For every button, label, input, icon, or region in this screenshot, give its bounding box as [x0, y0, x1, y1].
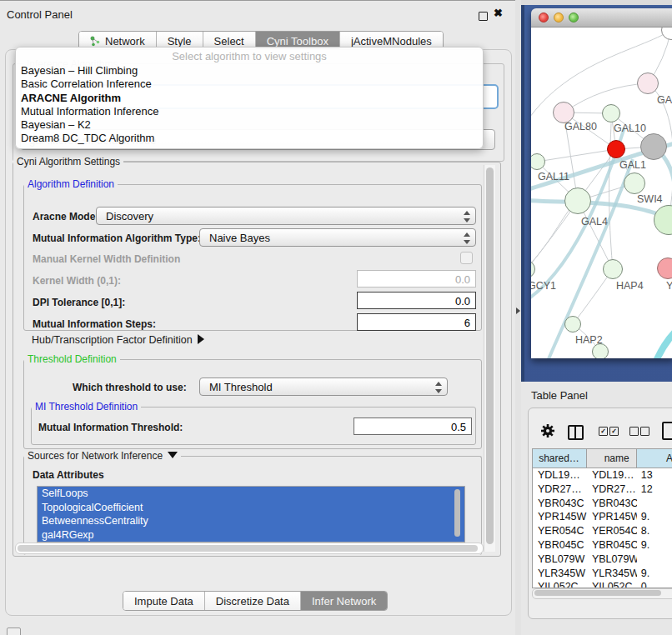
mac-close-button[interactable]: [539, 12, 549, 22]
table-cell: YIL052C: [587, 580, 637, 588]
network-node-hap4[interactable]: [603, 259, 623, 279]
table-cell: 0.: [637, 580, 672, 588]
close-icon[interactable]: ✖: [494, 7, 503, 19]
node-label-swi4: SWI4: [637, 193, 663, 205]
mi-threshold-field[interactable]: 0.5: [354, 418, 472, 435]
table-hscrollbar-thumb[interactable]: [534, 590, 661, 596]
algorithm-option-bayesian-k2[interactable]: Bayesian – K2: [16, 118, 483, 132]
column-header-name[interactable]: name: [587, 449, 637, 468]
which-threshold-combobox[interactable]: MI Threshold: [199, 378, 448, 396]
desktop-left-edge: [521, 5, 524, 382]
document-icon[interactable]: [662, 422, 672, 440]
column-header-a[interactable]: A: [637, 449, 672, 468]
which-threshold-value: MI Threshold: [209, 381, 273, 393]
node-label-gal80: GAL80: [564, 121, 597, 132]
network-node-gal[interactable]: [637, 72, 659, 94]
show-all-checkboxes-icon[interactable]: ✓: [609, 427, 619, 436]
network-node-swi4[interactable]: [624, 172, 645, 194]
aracne-mode-combobox[interactable]: Discovery: [96, 207, 476, 225]
attribute-item-gal4rgexp[interactable]: gal4RGexp: [38, 528, 464, 542]
cyni-algorithm-settings-group: Cyni Algorithm Settings Algorithm Defini…: [13, 162, 501, 557]
network-node-gal4[interactable]: [564, 188, 591, 214]
table-cell: YBR045C: [533, 538, 587, 552]
table-row[interactable]: YBL079WYBL079W: [533, 552, 672, 567]
float-window-icon[interactable]: [479, 12, 488, 21]
control-panel: Control Panel ✖ NetworkStyleSelectCyni T…: [0, 0, 517, 635]
control-panel-header: Control Panel ✖: [0, 2, 517, 25]
tab-impute-data[interactable]: Impute Data: [123, 592, 204, 610]
table-hscrollbar-track[interactable]: [532, 588, 672, 599]
network-canvas[interactable]: GALGAL80GAL10GAL1GAL11SWI4GAL4GCY1HAP4YH…: [531, 28, 672, 358]
algorithm-option-bayesian-hill-climbing[interactable]: Bayesian – Hill Climbing: [16, 64, 483, 78]
dpi-tolerance-field[interactable]: 0.0: [357, 292, 476, 309]
mi-steps-field[interactable]: 6: [357, 313, 476, 331]
columns-icon[interactable]: [568, 425, 584, 440]
table-row[interactable]: YDL19…YDL19…13: [533, 468, 672, 482]
mac-minimize-button[interactable]: [554, 12, 564, 22]
gear-icon[interactable]: [540, 423, 555, 438]
app-root: Control Panel ✖ NetworkStyleSelectCyni T…: [0, 0, 672, 635]
settings-scrollbar-track[interactable]: [484, 165, 495, 552]
table-row[interactable]: YIL052CYIL052C0.: [533, 580, 672, 588]
table-row[interactable]: YBR045CYBR045C9.: [533, 538, 672, 552]
table-row[interactable]: YBR043CYBR043C: [533, 497, 672, 511]
settings-hscrollbar-track[interactable]: [15, 542, 484, 554]
network-node[interactable]: [640, 133, 667, 160]
attribute-item-topologicalcoefficient[interactable]: TopologicalCoefficient: [38, 501, 464, 515]
split-pane-divider[interactable]: [515, 0, 521, 635]
network-view-window: GALGAL80GAL10GAL1GAL11SWI4GAL4GCY1HAP4YH…: [531, 8, 672, 358]
attribute-item-selfloops[interactable]: SelfLoops: [38, 487, 464, 501]
table-row[interactable]: YLR345WYLR345W9.: [533, 567, 672, 581]
attributes-scrollbar[interactable]: [454, 489, 460, 537]
manual-kernel-checkbox[interactable]: [460, 252, 473, 264]
mi-threshold-label: Mutual Information Threshold:: [38, 422, 183, 433]
network-node[interactable]: [607, 140, 625, 158]
mi-type-combobox[interactable]: Naive Bayes: [199, 228, 476, 247]
attribute-item-betweennesscentrality[interactable]: BetweennessCentrality: [38, 514, 464, 528]
tab-infer-network[interactable]: Infer Network: [300, 592, 387, 610]
table-cell: 12: [637, 482, 672, 497]
table-row[interactable]: YPR145WYPR145W9.: [533, 510, 672, 524]
network-node[interactable]: [592, 343, 609, 358]
column-header-shared[interactable]: shared…: [533, 449, 587, 468]
network-node-gal10[interactable]: [602, 104, 620, 122]
data-attributes-list[interactable]: SelfLoopsTopologicalCoefficientBetweenne…: [37, 486, 465, 542]
settings-hscrollbar-thumb[interactable]: [18, 545, 478, 552]
which-threshold-label: Which threshold to use:: [73, 382, 187, 393]
mac-zoom-button[interactable]: [569, 12, 579, 22]
tab-label: jActiveMNodules: [351, 35, 432, 48]
algorithm-option-basic-correlation-inference[interactable]: Basic Correlation Inference: [16, 78, 483, 91]
table-cell: 13: [637, 468, 672, 482]
hide-all-checkboxes-icon[interactable]: [629, 427, 639, 436]
network-node-hap2[interactable]: [564, 316, 581, 332]
show-all-checkboxes-icon[interactable]: ✓: [599, 427, 608, 436]
algorithm-dropdown-popup: Select algorithm to view settings Bayesi…: [15, 47, 484, 149]
table-cell: YBR043C: [587, 497, 637, 511]
table-cell: YBL079W: [587, 552, 637, 567]
tab-discretize-data[interactable]: Discretize Data: [204, 592, 300, 610]
algorithm-option-mutual-information-inference[interactable]: Mutual Information Inference: [16, 105, 483, 118]
table-cell: [637, 497, 672, 511]
dock-grip-icon[interactable]: [7, 628, 21, 635]
algorithm-option-aracne-algorithm[interactable]: ARACNE Algorithm: [16, 92, 483, 105]
tab-label: Select: [214, 35, 244, 48]
table-row[interactable]: YER054CYER054C8.: [533, 524, 672, 538]
algorithm-option-dream8-dc-tdc-algorithm[interactable]: Dream8 DC_TDC Algorithm: [16, 132, 483, 145]
split-pane-collapse-icon[interactable]: [516, 308, 520, 314]
table-cell: YER054C: [533, 524, 587, 538]
table-row[interactable]: YDR27…YDR27…12: [533, 482, 672, 497]
kernel-width-field[interactable]: 0.0: [357, 270, 476, 288]
threshold-definition-title: Threshold Definition: [24, 353, 120, 365]
settings-scrollbar-thumb[interactable]: [486, 168, 494, 544]
node-label-y: Y: [666, 280, 672, 292]
algorithm-dropdown-items: Bayesian – Hill ClimbingBasic Correlatio…: [16, 64, 483, 146]
table-cell: 9.: [637, 567, 672, 581]
network-window-titlebar[interactable]: [531, 8, 672, 28]
table-cell: [637, 552, 672, 567]
hide-all-checkboxes-icon[interactable]: [640, 427, 649, 436]
table-cell: YDR27…: [533, 482, 587, 497]
sources-group-title[interactable]: Sources for Network Inference: [24, 450, 181, 462]
hub-definition-toggle[interactable]: Hub/Transcription Factor Definition: [32, 334, 204, 346]
node-label-gal1: GAL1: [619, 159, 646, 171]
table-cell: YLR345W: [587, 567, 637, 581]
